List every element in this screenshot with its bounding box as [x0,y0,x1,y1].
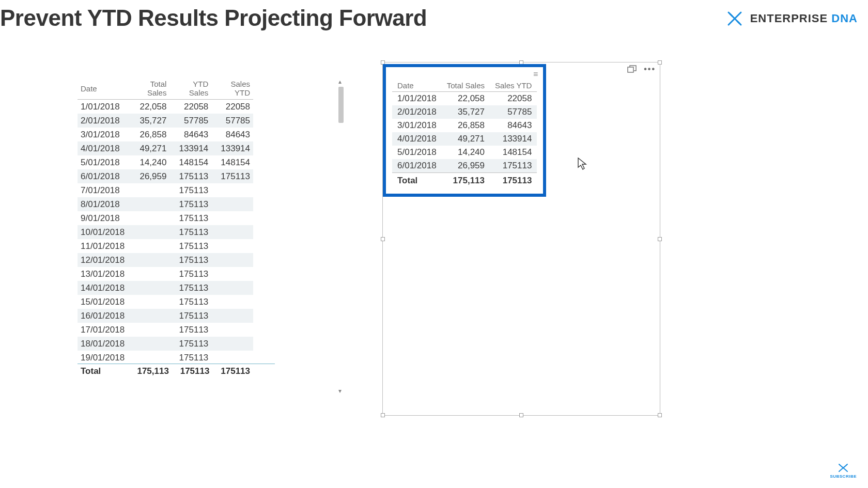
cell-sales-ytd [211,225,253,239]
table-row[interactable]: 14/01/2018175113 [78,281,253,295]
cell-ytd-sales: 175113 [169,281,211,295]
col-header-total-sales[interactable]: Total Sales [128,77,169,100]
cell-total-sales: 26,858 [128,128,169,141]
cell-date: 2/01/2018 [78,114,128,128]
table-row[interactable]: 12/01/2018175113 [78,253,253,267]
resize-handle[interactable] [658,413,662,417]
cell-total-sales [128,309,169,323]
table-row[interactable]: 5/01/201814,240148154 [392,146,537,159]
resize-handle[interactable] [658,60,662,65]
scrollbar-vertical[interactable]: ▴ ▾ [337,77,346,395]
cell-date: 3/01/2018 [78,128,128,141]
cell-sales-ytd [211,197,253,211]
total-sales-ytd: 175113 [490,173,537,188]
cell-total-sales [128,323,169,337]
table-row[interactable]: 4/01/201849,271133914 [392,132,537,146]
brand-logo: ENTERPRISE DNA [725,9,858,28]
resize-handle[interactable] [381,237,385,241]
scroll-thumb[interactable] [338,87,344,123]
brand-text-2: DNA [831,12,858,25]
cell-sales-ytd: 133914 [211,141,253,155]
col-header-date[interactable]: Date [392,80,442,92]
table-row[interactable]: 13/01/2018175113 [78,267,253,281]
table-row[interactable]: 15/01/2018175113 [78,295,253,309]
cell-total-sales [128,295,169,309]
cell-sales-ytd: 84643 [211,128,253,141]
cell-total-sales: 49,271 [128,141,169,155]
cell-date: 1/01/2018 [78,100,128,114]
cell-date: 4/01/2018 [78,141,128,155]
cell-ytd-sales: 175113 [169,183,211,197]
cell-total-sales: 35,727 [442,105,490,119]
cell-total-sales: 35,727 [128,114,169,128]
table-row[interactable]: 2/01/201835,72757785 [392,105,537,119]
col-header-sales-ytd[interactable]: Sales YTD [490,80,537,92]
cell-ytd-sales: 22058 [169,100,211,114]
cell-sales-ytd: 57785 [490,105,537,119]
table-row[interactable]: 5/01/201814,240148154148154 [78,155,253,169]
table-row[interactable]: 2/01/201835,7275778557785 [78,114,253,128]
total-label: Total [392,173,442,188]
cell-total-sales: 26,959 [128,169,169,183]
cell-sales-ytd: 148154 [211,155,253,169]
resize-handle[interactable] [658,237,662,241]
cell-sales-ytd: 148154 [490,146,537,159]
cell-date: 2/01/2018 [392,105,442,119]
drag-handle-icon[interactable]: ≡ [533,70,538,78]
cell-sales-ytd [211,211,253,225]
table-left-total-row: Total 175,113 175113 175113 [78,364,253,379]
focus-mode-icon[interactable] [627,65,637,73]
table-row[interactable]: 9/01/2018175113 [78,211,253,225]
col-header-ytd-sales[interactable]: YTD Sales [169,77,211,100]
cell-sales-ytd [211,253,253,267]
cell-sales-ytd: 57785 [211,114,253,128]
cell-total-sales [128,351,169,364]
cell-date: 7/01/2018 [78,183,128,197]
table-row[interactable]: 16/01/2018175113 [78,309,253,323]
table-row[interactable]: 11/01/2018175113 [78,239,253,253]
cell-date: 8/01/2018 [78,197,128,211]
cell-ytd-sales: 175113 [169,295,211,309]
table-row[interactable]: 8/01/2018175113 [78,197,253,211]
table-row[interactable]: 4/01/201849,271133914133914 [78,141,253,155]
cell-total-sales [128,337,169,351]
visual-toolbar: ••• [627,65,656,74]
table-row[interactable]: 17/01/2018175113 [78,323,253,337]
table-visual-right[interactable]: ••• ≡ Date Total Sales Sales YTD 1/01/20… [382,62,660,416]
cell-date: 15/01/2018 [78,295,128,309]
subscribe-badge[interactable]: SUBSCRIBE [830,462,857,479]
col-header-sales-ytd[interactable]: Sales YTD [211,77,253,100]
table-row[interactable]: 3/01/201826,85884643 [392,119,537,132]
table-row[interactable]: 10/01/2018175113 [78,225,253,239]
table-row[interactable]: 1/01/201822,0582205822058 [78,100,253,114]
scroll-down-icon[interactable]: ▾ [338,388,342,394]
cell-total-sales [128,197,169,211]
cell-total-sales [128,211,169,225]
more-options-icon[interactable]: ••• [644,65,656,74]
cell-sales-ytd: 175113 [211,169,253,183]
table-row[interactable]: 6/01/201826,959175113 [392,159,537,173]
table-row[interactable]: 18/01/2018175113 [78,337,253,351]
table-row[interactable]: 7/01/2018175113 [78,183,253,197]
cell-ytd-sales: 175113 [169,351,211,364]
resize-handle[interactable] [381,413,385,417]
col-header-date[interactable]: Date [78,77,128,100]
table-row[interactable]: 19/01/2018175113 [78,351,253,364]
table-row[interactable]: 1/01/201822,05822058 [392,92,537,106]
cell-ytd-sales: 57785 [169,114,211,128]
cell-sales-ytd [211,309,253,323]
col-header-total-sales[interactable]: Total Sales [442,80,490,92]
cell-sales-ytd: 22058 [490,92,537,106]
highlighted-table-box: ≡ Date Total Sales Sales YTD 1/01/201822… [383,64,546,197]
cell-ytd-sales: 175113 [169,239,211,253]
brand-text-1: ENTERPRISE [750,12,832,25]
cell-date: 11/01/2018 [78,239,128,253]
table-row[interactable]: 3/01/201826,8588464384643 [78,128,253,141]
scroll-up-icon[interactable]: ▴ [338,78,342,85]
cell-sales-ytd: 175113 [490,159,537,173]
table-visual-left[interactable]: Date Total Sales YTD Sales Sales YTD 1/0… [78,77,346,395]
resize-handle[interactable] [519,413,523,417]
cell-sales-ytd [211,295,253,309]
table-row[interactable]: 6/01/201826,959175113175113 [78,169,253,183]
brand-text: ENTERPRISE DNA [750,12,858,25]
